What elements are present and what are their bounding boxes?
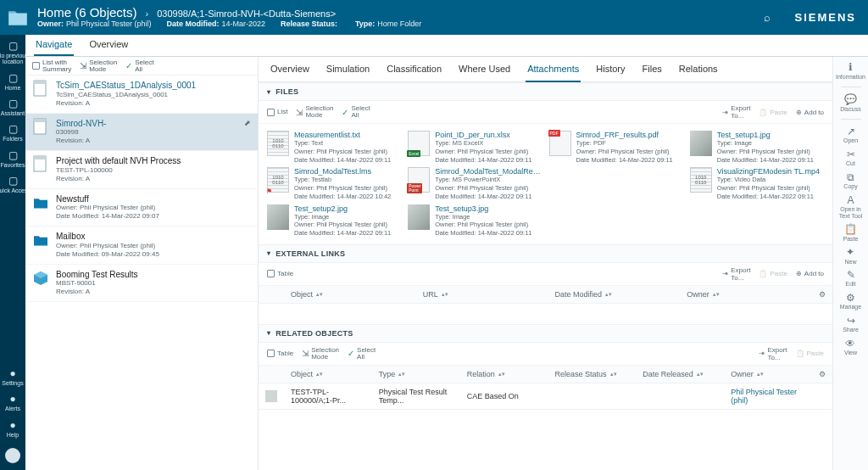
avatar[interactable] <box>5 448 20 463</box>
detail-tab-attachments[interactable]: Attachments <box>526 57 581 82</box>
file-card[interactable]: 10100110 Measurementlist.txt Type: Text … <box>267 131 401 164</box>
file-card[interactable]: Test_setup2.jpg Type: Image Owner: Phil … <box>267 204 401 238</box>
table-row[interactable]: TEST-TPL-100000/A;1-Pr... Physical Test … <box>259 383 832 410</box>
add-to-button[interactable]: ⊕Add to <box>796 270 824 277</box>
caret-down-icon: ▾ <box>267 329 270 337</box>
select-all-button[interactable]: ✓Select All <box>348 347 376 361</box>
file-card[interactable]: PDF Simrod_FRF_results.pdf Type: PDF Own… <box>549 131 683 164</box>
info-edit[interactable]: ✎Edit <box>845 270 855 288</box>
rail-item-settings[interactable]: ●Settings <box>0 366 25 389</box>
column-header[interactable]: Object▴▾ <box>284 366 372 383</box>
select-all-button[interactable]: ✓Select All <box>125 59 153 73</box>
info-label: Open <box>843 137 858 143</box>
selection-mode-button[interactable]: ⇲Selection Mode <box>80 59 117 73</box>
info-share[interactable]: ↪Share <box>843 316 859 333</box>
detail-tab-relations[interactable]: Relations <box>677 57 720 82</box>
column-header[interactable]: Owner▴▾ <box>724 366 812 383</box>
select-all-button[interactable]: ✓Select All <box>342 105 370 119</box>
column-header[interactable]: Owner▴▾ <box>680 286 812 303</box>
section-title: EXTERNAL LINKS <box>275 249 345 258</box>
rail-item-home[interactable]: ▢Home <box>0 70 25 93</box>
tab-navigate[interactable]: Navigate <box>34 34 74 56</box>
rail-item-folders[interactable]: ▢Folders <box>0 121 25 144</box>
detail-tab-files[interactable]: Files <box>641 57 664 82</box>
item-title: Mailbox <box>56 232 251 242</box>
column-header[interactable]: Release Status▴▾ <box>548 366 636 383</box>
nav-item[interactable]: TcSim_CAEStatus_1DAnalysis_0001 TcSim_CA… <box>25 76 258 114</box>
detail-tab-where-used[interactable]: Where Used <box>457 57 512 82</box>
file-card[interactable]: Excel Point_ID_per_run.xlsx Type: MS Exc… <box>408 131 542 164</box>
brand-logo: SIEMENS <box>794 11 856 24</box>
svg-rect-1 <box>34 81 46 84</box>
info-information[interactable]: ℹInformation <box>836 62 865 80</box>
info-copy[interactable]: ⧉Copy <box>843 172 857 190</box>
open-in-new-icon[interactable]: ⬈ <box>244 119 251 146</box>
column-header[interactable]: Date Released▴▾ <box>636 366 724 383</box>
column-header[interactable]: URL▴▾ <box>416 286 548 303</box>
share-icon: ↪ <box>847 316 855 327</box>
nav-item[interactable]: Project with default NVH Process TEST-TP… <box>25 151 258 189</box>
export-button[interactable]: ⇥Export To... <box>722 104 750 120</box>
section-files-header[interactable]: ▾FILES <box>259 82 832 101</box>
nav-item[interactable]: Booming Test Results MBST-90001 Revision… <box>25 265 258 303</box>
cell-relation: CAE Based On <box>460 388 548 405</box>
detail-tab-overview[interactable]: Overview <box>269 57 311 82</box>
nav-item[interactable]: Simrod-NVH- 030998 Revision: A ⬈ <box>25 114 258 152</box>
paste-icon: 📋 <box>844 224 857 235</box>
selection-mode-button[interactable]: ⇲Selection Mode <box>296 105 333 119</box>
rail-item-assistant[interactable]: ▢Assistant <box>0 96 25 119</box>
info-open[interactable]: ↗Open <box>843 126 858 144</box>
paste-button[interactable]: 📋Paste <box>796 350 824 357</box>
search-icon[interactable]: ⌕ <box>764 11 771 24</box>
add-to-button[interactable]: ⊕Add to <box>796 109 824 116</box>
nav-item[interactable]: Mailbox Owner: Phil Physical Tester (phi… <box>25 227 258 265</box>
rail-item-favorites[interactable]: ▢Favorites <box>0 148 25 171</box>
info-label: Open in Text Tool <box>839 206 863 219</box>
detail-tab-classification[interactable]: Classification <box>385 57 443 82</box>
gear-icon[interactable]: ⚙ <box>812 370 832 378</box>
breadcrumb[interactable]: 030998/A;1-Simrod-NVH-<Dutta-Siemens> <box>157 8 336 19</box>
selection-mode-button[interactable]: ⇲Selection Mode <box>302 347 339 361</box>
info-open[interactable]: AOpen in Text Tool <box>839 195 863 219</box>
file-card[interactable]: Power Point Simrod_ModalTest_ModalReport… <box>408 167 542 200</box>
file-card[interactable]: 10100110⚑ Simrod_ModalTest.lms Type: Tes… <box>267 167 401 200</box>
info-view[interactable]: 👁View <box>844 339 857 356</box>
item-thumb-icon <box>32 194 49 211</box>
info-label: New <box>844 259 856 265</box>
info-cut[interactable]: ✂Cut <box>846 149 855 167</box>
nav-item[interactable]: Newstuff Owner: Phil Physical Tester (ph… <box>25 189 258 227</box>
section-external-header[interactable]: ▾EXTERNAL LINKS <box>259 244 832 263</box>
table-view-button[interactable]: Table <box>267 350 293 357</box>
info-manage[interactable]: ⚙Manage <box>840 293 861 311</box>
rail-item-help[interactable]: ●Help <box>0 417 25 440</box>
rail-item-quick[interactable]: ▢Quick Access <box>0 173 25 196</box>
table-view-button[interactable]: Table <box>267 270 293 277</box>
list-summary-button[interactable]: List with Summary <box>32 59 71 73</box>
file-type: Type: Image <box>717 139 824 148</box>
gear-icon[interactable]: ⚙ <box>812 290 832 299</box>
column-header[interactable]: Date Modified▴▾ <box>548 286 681 303</box>
list-view-button[interactable]: List <box>267 109 287 116</box>
section-related-header[interactable]: ▾RELATED OBJECTS <box>259 324 832 343</box>
column-header[interactable]: Object▴▾ <box>284 286 416 303</box>
paste-button[interactable]: 📋Paste <box>759 109 787 116</box>
paste-button[interactable]: 📋Paste <box>759 270 787 277</box>
rail-item-no[interactable]: ▢No previous location <box>0 38 25 68</box>
detail-tab-simulation[interactable]: Simulation <box>325 57 371 82</box>
export-button[interactable]: ⇥Export To... <box>722 266 750 282</box>
file-card[interactable]: Test_setup3.jpg Type: Image Owner: Phil … <box>408 204 542 238</box>
file-card[interactable]: 10100110 VisualizingFEModesin TL.mp4 Typ… <box>690 167 824 200</box>
export-button[interactable]: ⇥Export To... <box>759 346 787 361</box>
rail-item-alerts[interactable]: ●Alerts <box>0 391 25 414</box>
tab-overview[interactable]: Overview <box>87 34 130 56</box>
column-header[interactable]: Type▴▾ <box>372 366 460 383</box>
file-card[interactable]: Test_setup1.jpg Type: Image Owner: Phil … <box>690 131 824 164</box>
item-revision: Date Modified: 14-Mar-2022 09:07 <box>56 212 251 221</box>
info-discuss[interactable]: 💬Discuss <box>840 94 861 112</box>
caret-down-icon: ▾ <box>267 88 270 96</box>
detail-tab-history[interactable]: History <box>594 57 626 82</box>
column-header[interactable]: Relation▴▾ <box>460 366 548 383</box>
information-icon: ℹ <box>849 62 853 73</box>
info-paste[interactable]: 📋Paste <box>843 224 859 242</box>
info-new[interactable]: ✦New <box>844 247 856 265</box>
